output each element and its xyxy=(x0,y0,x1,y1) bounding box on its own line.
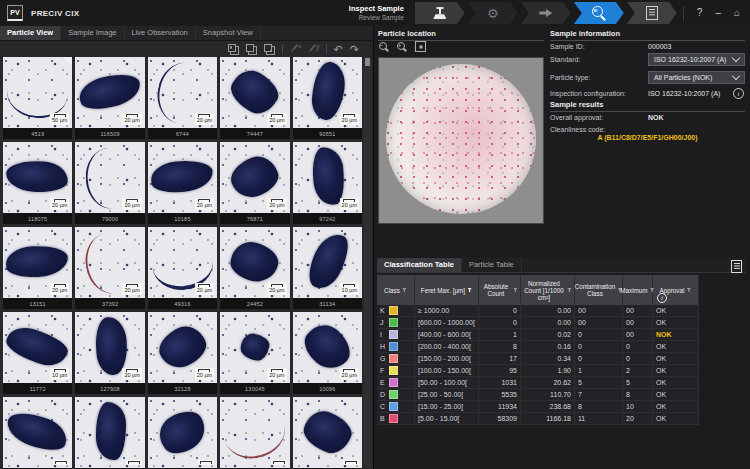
column-header-feret-max-µm[interactable]: Feret Max. [µm] xyxy=(415,275,479,305)
particle-thumbnail[interactable]: 20 µm10096 xyxy=(293,312,362,394)
minimize-icon[interactable]: – xyxy=(715,8,721,18)
right-pane: Particle location –+ Sample information … xyxy=(374,26,750,469)
particle-thumbnail[interactable]: 20 µm90551 xyxy=(293,57,362,139)
classification-row-I[interactable]: I[400.00 - 600.00[10.02000NOK xyxy=(377,329,699,341)
particle-thumbnail[interactable]: 20 µm6744 xyxy=(148,57,217,139)
particle-thumbnail[interactable]: 20 µm74447 xyxy=(220,57,289,139)
particle-thumbnail[interactable]: 20 µm116509 xyxy=(75,57,144,139)
tab-live-observation[interactable]: Live Observation xyxy=(125,26,196,40)
title-bar: PV PRECiV CIX Inspect Sample Review Samp… xyxy=(0,0,750,27)
grid-scrollbar[interactable] xyxy=(364,57,371,467)
particle-thumbnail[interactable] xyxy=(220,397,289,469)
home-icon[interactable]: ⌂ xyxy=(734,8,740,18)
fit-view-button[interactable] xyxy=(415,41,426,52)
cleanliness-code-label: Cleanliness code: xyxy=(550,126,605,133)
layers-new-button[interactable] xyxy=(264,44,275,55)
tab-classification-table[interactable]: Classification Table xyxy=(377,258,462,272)
pen-delete-button: × xyxy=(290,44,301,55)
particle-image: 20 µm xyxy=(148,142,217,213)
particle-thumbnail[interactable]: 20 µm37392 xyxy=(75,227,144,309)
info-icon[interactable]: i xyxy=(657,293,667,303)
zoom-out-button[interactable]: – xyxy=(379,41,389,52)
particle-thumbnail[interactable]: 10 µm11772 xyxy=(3,312,72,394)
particle-thumbnail[interactable]: 20 µm97242 xyxy=(293,142,362,224)
classification-row-J[interactable]: J[600.00 - 1000.00[00.000000OK xyxy=(377,317,699,329)
particle-thumbnail[interactable]: 20 µm127908 xyxy=(75,312,144,394)
particle-thumbnail[interactable] xyxy=(148,397,217,469)
particle-thumbnail[interactable]: 20 µm118075 xyxy=(3,142,72,224)
column-header-contamination-class[interactable]: Contamination Class xyxy=(575,275,623,305)
workflow-step-acquire[interactable] xyxy=(521,2,571,24)
filter-icon[interactable] xyxy=(567,288,572,293)
particle-id-label: 10096 xyxy=(293,383,362,394)
cell-maximum: 0 xyxy=(623,353,653,364)
classification-row-D[interactable]: D[25.00 - 50.00[5535110.7078OK xyxy=(377,389,699,401)
particle-thumbnail[interactable]: 10 µm31134 xyxy=(293,227,362,309)
column-header-class[interactable]: Class xyxy=(377,275,415,305)
particle-location-map[interactable] xyxy=(378,57,544,224)
particle-shape xyxy=(226,151,283,203)
cell-approval: NOK xyxy=(653,329,699,340)
column-header-normalized-count-1-1000-cm[interactable]: Normalized Count [1/1000 cm²] xyxy=(521,275,575,305)
scale-bar: 20 µm xyxy=(195,198,214,210)
tab-snapshot-view[interactable]: Snapshot View xyxy=(196,26,261,40)
tab-particle-table[interactable]: Particle Table xyxy=(462,258,522,272)
scale-bar: 20 µm xyxy=(195,113,214,125)
cell-normalized-count: 20.62 xyxy=(521,377,575,388)
column-label: Absolute Count xyxy=(481,283,511,297)
particle-thumbnail[interactable]: 20 µm13151 xyxy=(3,227,72,309)
grid-scrollbar-thumb[interactable] xyxy=(365,58,370,66)
column-header-absolute-count[interactable]: Absolute Count xyxy=(479,275,521,305)
workflow-step-report[interactable] xyxy=(627,2,677,24)
particle-thumbnail[interactable]: 20 µm130045 xyxy=(220,312,289,394)
info-icon[interactable]: i xyxy=(733,88,744,99)
particle-thumbnail[interactable]: 20 µm10185 xyxy=(148,142,217,224)
scale-bar: 20 µm xyxy=(122,283,141,295)
particle-thumbnail[interactable]: 50 µm4519 xyxy=(3,57,72,139)
classification-row-E[interactable]: E[50.00 - 100.00[103120.6255OK xyxy=(377,377,699,389)
class-color-swatch xyxy=(389,402,398,411)
particle-image: 20 µm xyxy=(75,312,144,383)
classification-row-H[interactable]: H[200.00 - 400.00[80.1600OK xyxy=(377,341,699,353)
gallery-button[interactable] xyxy=(228,44,239,55)
filter-icon[interactable] xyxy=(467,288,472,293)
classification-row-C[interactable]: C[15.00 - 25.00[11934238.68810OK xyxy=(377,401,699,413)
filter-icon[interactable] xyxy=(402,288,407,293)
redo-button[interactable]: ↷ xyxy=(350,44,359,55)
tab-sample-image[interactable]: Sample Image xyxy=(61,26,124,40)
classification-row-F[interactable]: F[100.00 - 150.00[951.9012OK xyxy=(377,365,699,377)
particle-thumbnail[interactable]: 20 µm79000 xyxy=(75,142,144,224)
workflow-step-prepare-sample[interactable] xyxy=(415,2,465,24)
cell-feret-range: [200.00 - 400.00[ xyxy=(415,341,479,352)
zoom-in-button[interactable]: + xyxy=(397,41,407,52)
particle-thumbnail[interactable]: 20 µm32128 xyxy=(148,312,217,394)
particle-thumbnail[interactable] xyxy=(293,397,362,469)
particle-thumbnail[interactable] xyxy=(75,397,144,469)
filter-icon[interactable] xyxy=(686,288,691,293)
scale-bar xyxy=(126,460,142,466)
workflow-step-configure[interactable]: ⚙ xyxy=(468,2,518,24)
column-header-maximum[interactable]: Maximum xyxy=(623,275,653,305)
export-report-icon[interactable] xyxy=(731,260,742,275)
help-icon[interactable]: ? xyxy=(697,8,703,18)
particle-thumbnail[interactable] xyxy=(3,397,72,469)
cell-approval: OK xyxy=(653,413,699,424)
undo-button[interactable]: ↶ xyxy=(334,44,343,55)
thumbnail-toolbar: ×y↶↷ xyxy=(0,41,373,58)
standard-select[interactable]: ISO 16232-10:2007 (A) xyxy=(648,53,745,66)
particle-thumbnail[interactable]: 20 µm24452 xyxy=(220,227,289,309)
column-header-approval[interactable]: Approvali xyxy=(653,275,699,305)
classification-row-G[interactable]: G[150.00 - 200.00[170.3400OK xyxy=(377,353,699,365)
particle-thumbnail[interactable]: 20 µm76871 xyxy=(220,142,289,224)
class-color-swatch xyxy=(389,330,398,339)
workflow-step-inspect-sample[interactable]: ≡ xyxy=(574,2,624,24)
particle-thumbnail[interactable]: 20 µm49316 xyxy=(148,227,217,309)
particle-type-select[interactable]: All Particles (NOK) xyxy=(648,71,745,84)
classification-row-K[interactable]: K≥ 1000.0000.000000OK xyxy=(377,305,699,317)
layers-button[interactable] xyxy=(246,44,257,55)
cell-class: E xyxy=(377,377,415,388)
tab-particle-view[interactable]: Particle View xyxy=(0,26,61,40)
filter-icon[interactable] xyxy=(513,288,518,293)
class-letter: E xyxy=(380,379,389,386)
classification-row-B[interactable]: B[5.00 - 15.00[583091166.181120OK xyxy=(377,413,699,425)
